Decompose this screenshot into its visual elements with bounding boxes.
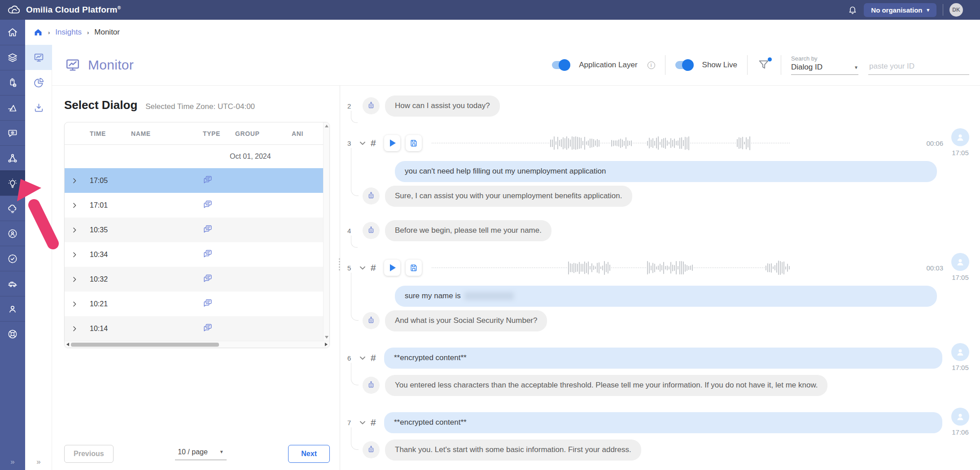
sidebar-item-network[interactable] xyxy=(0,145,25,170)
page-toolbar: Monitor Application Layer i Show Live Se… xyxy=(52,45,980,85)
message-timestamp: 17:05 xyxy=(952,274,969,281)
expand-row-chevron-icon[interactable] xyxy=(71,177,78,184)
collapse-chevron-icon[interactable] xyxy=(357,417,368,428)
encrypted-user-bubble: **encrypted content** xyxy=(384,412,942,433)
column-header-group: GROUP xyxy=(235,130,292,137)
dialog-type-chat-icon xyxy=(203,298,235,310)
chat-turn: 5#00:0317:05sure my name isAnd what is y… xyxy=(347,255,971,331)
application-layer-toggle[interactable] xyxy=(552,61,569,69)
expand-row-chevron-icon[interactable] xyxy=(71,276,78,283)
table-row[interactable]: 10:35 xyxy=(65,218,324,242)
table-row[interactable]: 10:14 xyxy=(65,316,324,341)
scroll-down-icon[interactable] xyxy=(325,336,328,339)
toolbar-divider xyxy=(781,55,781,75)
audio-waveform xyxy=(432,135,918,152)
horizontal-scrollbar[interactable] xyxy=(65,341,329,348)
show-live-toggle[interactable] xyxy=(675,61,692,69)
notifications-bell-icon[interactable] xyxy=(848,5,858,15)
breadcrumb-link-insights[interactable]: Insights xyxy=(55,28,82,37)
bot-message-row: You entered less characters than the acc… xyxy=(347,375,971,396)
expand-row-chevron-icon[interactable] xyxy=(71,300,78,308)
bot-avatar xyxy=(363,222,380,239)
save-audio-button[interactable] xyxy=(406,135,422,151)
next-page-button[interactable]: Next xyxy=(288,445,330,463)
date-separator-row: Oct 01, 2024 xyxy=(65,145,324,168)
lifebuoy-icon xyxy=(7,329,18,339)
message-timestamp: 17:06 xyxy=(952,428,969,436)
sidebar-item-lightbulb[interactable] xyxy=(0,170,25,196)
anchor-hash-button[interactable]: # xyxy=(371,262,384,273)
anchor-hash-button[interactable]: # xyxy=(371,352,384,363)
scroll-up-icon[interactable] xyxy=(325,125,328,127)
message-meta: 17:06 xyxy=(949,408,971,436)
organisation-selector-button[interactable]: No organisation ▾ xyxy=(864,3,936,17)
breadcrumb: › Insights › Monitor xyxy=(25,20,980,45)
chat-turn: 2How can I assist you today? xyxy=(347,96,971,117)
bot-bubble: Thank you. Let's start with some basic i… xyxy=(385,440,641,461)
table-row[interactable]: 10:32 xyxy=(65,267,324,292)
vertical-scrollbar[interactable] xyxy=(323,122,329,341)
expand-row-chevron-icon[interactable] xyxy=(71,325,78,332)
page-size-select[interactable]: 10 / page ▼ xyxy=(175,448,227,460)
table-header-row: TIMENAMETYPEGROUPANI xyxy=(65,122,324,145)
scroll-left-icon[interactable] xyxy=(66,343,69,346)
user-avatar[interactable]: DK xyxy=(949,3,963,17)
rail-item-download[interactable] xyxy=(25,95,52,120)
rail-expand-button[interactable]: » xyxy=(25,457,52,466)
network-icon xyxy=(7,153,18,164)
sidebar-item-vector[interactable] xyxy=(0,95,25,120)
home-icon[interactable] xyxy=(34,28,43,37)
anchor-hash-button[interactable]: # xyxy=(371,417,384,428)
sidebar-item-home[interactable] xyxy=(0,20,25,45)
sidebar-expand-button[interactable]: » xyxy=(0,457,25,466)
row-time: 17:05 xyxy=(90,177,131,185)
bot-bubble: Sure, I can assist you with your unemplo… xyxy=(385,186,632,207)
save-audio-button[interactable] xyxy=(406,260,422,276)
rail-item-pie-chart[interactable] xyxy=(25,70,52,95)
info-icon[interactable]: i xyxy=(648,61,655,69)
chat-turn: 3#00:0617:05you can't need help filling … xyxy=(347,130,971,207)
search-by-label: Search by xyxy=(791,55,858,62)
user-avatar-icon xyxy=(951,128,969,146)
sidebar-item-miniapps[interactable] xyxy=(0,70,25,95)
sidebar-item-badge-check[interactable] xyxy=(0,246,25,271)
sidebar-item-voice-chat[interactable] xyxy=(0,120,25,145)
table-row[interactable]: 10:21 xyxy=(65,292,324,316)
row-time: 10:35 xyxy=(90,226,131,234)
message-meta: 17:05 xyxy=(949,343,971,371)
scrollbar-thumb[interactable] xyxy=(71,343,219,347)
collapse-chevron-icon[interactable] xyxy=(357,352,368,363)
collapse-chevron-icon[interactable] xyxy=(357,262,368,273)
expand-row-chevron-icon[interactable] xyxy=(71,251,78,258)
sidebar-item-layers[interactable] xyxy=(0,45,25,70)
expand-row-chevron-icon[interactable] xyxy=(71,226,78,234)
table-row[interactable]: 10:34 xyxy=(65,242,324,267)
audio-message-row: 5#00:0317:05 xyxy=(347,255,971,281)
bot-bubble: How can I assist you today? xyxy=(385,96,500,117)
message-number: 2 xyxy=(347,102,357,110)
table-row[interactable]: 17:01 xyxy=(65,193,324,218)
scroll-right-icon[interactable] xyxy=(325,343,328,346)
search-by-select[interactable]: Dialog ID ▼ xyxy=(791,63,858,75)
play-audio-button[interactable] xyxy=(384,260,400,276)
expand-row-chevron-icon[interactable] xyxy=(71,202,78,209)
play-audio-button[interactable] xyxy=(384,135,400,151)
rail-item-monitor-chart[interactable] xyxy=(25,45,52,70)
chevron-down-icon: ▾ xyxy=(927,7,929,13)
table-row[interactable]: 17:05 xyxy=(65,168,324,193)
row-time: 10:32 xyxy=(90,275,131,283)
column-header-ani: ANI xyxy=(292,130,324,137)
sidebar-item-gear-user[interactable] xyxy=(0,221,25,246)
bot-avatar xyxy=(363,441,380,458)
dialog-type-chat-icon xyxy=(203,200,235,211)
chat-transcript: 2How can I assist you today?3#00:0617:05… xyxy=(340,86,980,470)
dialog-id-input[interactable] xyxy=(868,60,969,75)
anchor-hash-button[interactable]: # xyxy=(371,138,384,148)
sidebar-item-user[interactable] xyxy=(0,296,25,321)
collapse-chevron-icon[interactable] xyxy=(357,138,368,148)
sidebar-item-cloud[interactable] xyxy=(0,196,25,221)
sidebar-item-vehicle[interactable] xyxy=(0,271,25,296)
filter-icon[interactable] xyxy=(757,58,771,72)
previous-page-button[interactable]: Previous xyxy=(64,445,114,463)
sidebar-item-lifebuoy[interactable] xyxy=(0,321,25,346)
